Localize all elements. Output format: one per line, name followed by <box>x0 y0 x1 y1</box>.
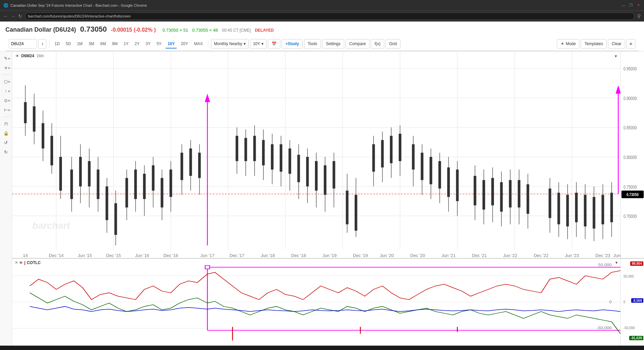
list-icon: ≡ <box>5 65 7 70</box>
sub-chart-panel[interactable]: ✕ 👁 | COTLC ▾ <box>12 259 620 346</box>
hamburger-menu-button[interactable]: ≡ <box>627 39 635 49</box>
monthly-nearby-label: Monthly Nearby <box>214 41 242 46</box>
main-chart-section: 👁 D6M24 1Mn ▾ barchart <box>12 52 644 258</box>
svg-text:Jun '19: Jun '19 <box>322 253 336 258</box>
shape-tool[interactable]: ⬡ ▶ <box>1 77 11 86</box>
sort-button[interactable]: ↕ <box>38 39 46 49</box>
clear-button[interactable]: Clear <box>608 39 625 49</box>
arrow-tool[interactable]: ↑ ▶ <box>1 87 11 95</box>
chart-eye-icon[interactable]: 👁 <box>15 54 19 58</box>
undo-icon: ↺ <box>4 140 8 145</box>
period-5d[interactable]: 5D <box>63 39 73 49</box>
svg-rect-24 <box>42 123 44 149</box>
calendar-button[interactable]: 📅 <box>268 39 280 49</box>
svg-text:50,000: 50,000 <box>598 263 612 267</box>
sep1 <box>49 40 49 48</box>
period-2y[interactable]: 2Y <box>132 39 142 49</box>
svg-text:Jun '15: Jun '15 <box>78 253 92 258</box>
sub-close-btn[interactable]: ✕ <box>15 260 18 265</box>
symbol-title: Canadian Dollar (D6U24) <box>5 26 76 33</box>
draw-tool[interactable]: ✎ ▶ <box>1 54 11 62</box>
svg-rect-120 <box>527 184 529 214</box>
magnet-tool[interactable]: ⊓ <box>1 120 11 128</box>
svg-text:Jun '21: Jun '21 <box>441 253 456 258</box>
circle-tool[interactable]: ⊙ ▶ <box>1 96 11 104</box>
sort-icon: ↕ <box>41 41 43 46</box>
svg-rect-100 <box>430 157 432 184</box>
close-btn[interactable]: ✕ <box>636 3 641 8</box>
svg-text:-50,000: -50,000 <box>623 326 635 330</box>
svg-rect-22 <box>33 106 36 132</box>
mode-label: Mode <box>566 41 576 46</box>
svg-text:0.75000: 0.75000 <box>623 184 637 189</box>
delayed-badge: DELAYED <box>255 28 274 33</box>
svg-rect-174 <box>205 265 210 269</box>
period-1d[interactable]: 1D <box>52 39 62 49</box>
period-6m[interactable]: 6M <box>98 39 108 49</box>
svg-rect-48 <box>152 165 154 191</box>
fx-button[interactable]: f(x) <box>371 39 384 49</box>
grid-button[interactable]: Grid <box>386 39 401 49</box>
settings-button[interactable]: Settings <box>322 39 344 49</box>
study-button[interactable]: +Study <box>282 39 302 49</box>
period-3m[interactable]: 3M <box>86 39 97 49</box>
dropdown1-chevron: ▾ <box>244 41 246 46</box>
forward-btn[interactable]: → <box>11 13 15 19</box>
candlestick-svg: 14 Dec '14 Jun '15 Dec '15 Jun '16 Dec '… <box>12 52 620 258</box>
svg-rect-132 <box>593 197 595 229</box>
svg-rect-98 <box>421 153 424 180</box>
period-10y[interactable]: 10Y <box>165 39 177 49</box>
main-chart-panel[interactable]: 👁 D6M24 1Mn ▾ barchart <box>12 52 620 258</box>
svg-rect-90 <box>381 140 384 167</box>
back-btn[interactable]: ← <box>3 13 8 19</box>
redo-tool[interactable]: ↻ <box>1 148 11 156</box>
svg-rect-128 <box>575 193 578 222</box>
templates-button[interactable]: Templates <box>581 39 607 49</box>
minimize-btn[interactable]: — <box>621 3 626 8</box>
line-icon: ⊢ <box>4 107 8 113</box>
svg-rect-68 <box>271 144 274 169</box>
period-1m[interactable]: 1M <box>75 39 85 49</box>
svg-text:Dec '19: Dec '19 <box>353 253 368 258</box>
period-1y[interactable]: 1Y <box>121 39 131 49</box>
sep2 <box>208 40 208 48</box>
monthly-nearby-dropdown[interactable]: Monthly Nearby ▾ <box>211 39 249 49</box>
svg-rect-72 <box>288 149 291 174</box>
undo-tool[interactable]: ↺ <box>1 138 11 147</box>
svg-rect-108 <box>474 176 476 205</box>
svg-text:-50,000: -50,000 <box>597 326 612 330</box>
period-20y[interactable]: 20Y <box>178 39 190 49</box>
restore-btn[interactable]: ❐ <box>629 3 633 8</box>
period-9m[interactable]: 9M <box>110 39 120 49</box>
svg-marker-138 <box>616 85 620 94</box>
search-btn[interactable]: ⚲ <box>637 13 641 19</box>
lock-tool[interactable]: 🔒 <box>1 129 11 137</box>
mode-button[interactable]: ☀ Mode <box>557 39 579 49</box>
period-max[interactable]: MAX <box>192 39 205 49</box>
period-3y[interactable]: 3Y <box>143 39 153 49</box>
symbol-search-input[interactable] <box>11 41 35 46</box>
svg-rect-74 <box>297 155 300 182</box>
svg-text:0.80000: 0.80000 <box>623 155 637 160</box>
svg-text:Dec '22: Dec '22 <box>534 253 548 258</box>
chart-timeframe-label: 1Mn <box>36 54 44 58</box>
line-tool[interactable]: ⊢ ▶ <box>1 106 11 114</box>
sub-eye-icon[interactable]: 👁 <box>19 261 23 265</box>
svg-rect-70 <box>280 144 282 171</box>
reload-btn[interactable]: ↻ <box>18 13 22 19</box>
redo-icon: ↻ <box>4 150 8 155</box>
compare-button[interactable]: Compare <box>346 39 369 49</box>
svg-rect-102 <box>438 161 441 188</box>
dropdown2-chevron: ▾ <box>261 41 263 46</box>
search-box[interactable] <box>9 39 37 49</box>
tools-button[interactable]: Tools <box>304 39 321 49</box>
sub-chart-section: ✕ 👁 | COTLC ▾ <box>12 258 644 346</box>
left-tools-panel: ✎ ▶ ≡ ▶ ⬡ ▶ ↑ ▶ ⊙ ▶ ⊢ ▶ ⊓ 🔒 <box>0 52 12 346</box>
period-5y[interactable]: 5Y <box>154 39 164 49</box>
list-tool[interactable]: ≡ ▶ <box>1 64 11 72</box>
address-input[interactable] <box>25 12 635 20</box>
toolbar: ↕ 1D 5D 1M 3M 6M 9M 1Y 2Y 3Y 5Y 10Y 20Y … <box>5 37 639 51</box>
svg-text:Dec '23: Dec '23 <box>596 253 610 258</box>
timeframe-label: 10Y <box>253 41 260 46</box>
timeframe-dropdown[interactable]: 10Y ▾ <box>250 39 266 49</box>
